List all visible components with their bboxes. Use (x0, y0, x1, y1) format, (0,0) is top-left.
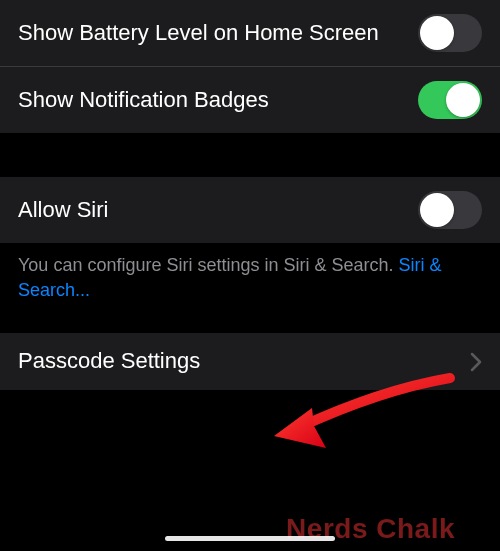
row-label: Show Notification Badges (18, 86, 418, 115)
settings-group-siri: Allow Siri (0, 177, 500, 243)
group-separator (0, 133, 500, 177)
row-battery-level[interactable]: Show Battery Level on Home Screen (0, 0, 500, 67)
toggle-allow-siri[interactable] (418, 191, 482, 229)
toggle-knob (420, 193, 454, 227)
spacer (0, 390, 500, 460)
settings-group-passcode: Passcode Settings (0, 333, 500, 390)
toggle-battery-level[interactable] (418, 14, 482, 52)
row-passcode-settings[interactable]: Passcode Settings (0, 333, 500, 390)
footer-text-prefix: You can configure Siri settings in Siri … (18, 255, 399, 275)
home-indicator[interactable] (165, 536, 335, 541)
group-separator (0, 319, 500, 333)
row-label: Show Battery Level on Home Screen (18, 19, 418, 48)
toggle-knob (446, 83, 480, 117)
chevron-right-icon (470, 352, 482, 372)
siri-footer-text: You can configure Siri settings in Siri … (0, 243, 500, 319)
row-allow-siri[interactable]: Allow Siri (0, 177, 500, 243)
row-label: Allow Siri (18, 196, 418, 225)
row-notification-badges[interactable]: Show Notification Badges (0, 67, 500, 133)
toggle-knob (420, 16, 454, 50)
toggle-notification-badges[interactable] (418, 81, 482, 119)
row-label: Passcode Settings (18, 347, 470, 376)
settings-group-display: Show Battery Level on Home Screen Show N… (0, 0, 500, 133)
